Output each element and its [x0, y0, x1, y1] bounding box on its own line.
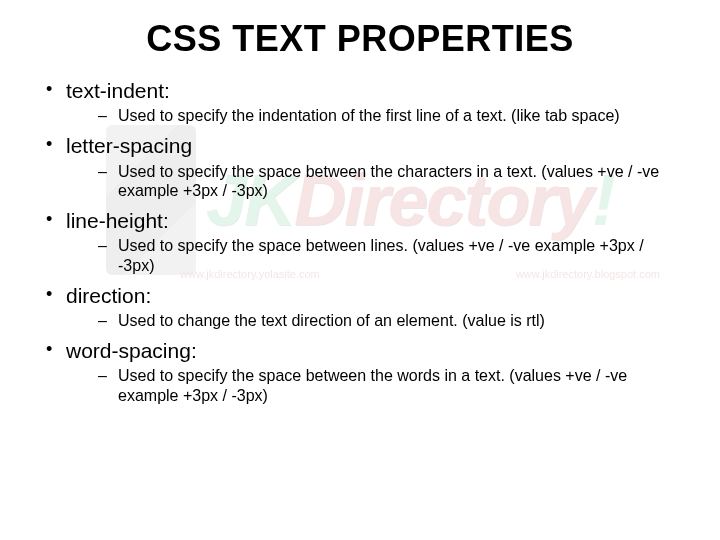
slide-content: CSS TEXT PROPERTIES text-indent: Used to…: [0, 0, 720, 405]
property-term: text-indent:: [66, 79, 170, 102]
property-term: line-height:: [66, 209, 169, 232]
list-item: line-height: Used to specify the space b…: [40, 208, 680, 275]
sub-list: Used to specify the space between the ch…: [66, 162, 680, 200]
property-desc: Used to specify the space between lines.…: [66, 236, 680, 274]
list-item: text-indent: Used to specify the indenta…: [40, 78, 680, 125]
list-item: letter-spacing Used to specify the space…: [40, 133, 680, 200]
property-desc: Used to specify the indentation of the f…: [66, 106, 680, 125]
slide-title: CSS TEXT PROPERTIES: [40, 18, 680, 60]
sub-list: Used to specify the space between lines.…: [66, 236, 680, 274]
list-item: direction: Used to change the text direc…: [40, 283, 680, 330]
list-item: word-spacing: Used to specify the space …: [40, 338, 680, 405]
property-list: text-indent: Used to specify the indenta…: [40, 78, 680, 405]
sub-list: Used to specify the indentation of the f…: [66, 106, 680, 125]
property-term: direction:: [66, 284, 151, 307]
sub-list: Used to change the text direction of an …: [66, 311, 680, 330]
property-desc: Used to change the text direction of an …: [66, 311, 680, 330]
property-desc: Used to specify the space between the ch…: [66, 162, 680, 200]
property-desc: Used to specify the space between the wo…: [66, 366, 680, 404]
property-term: letter-spacing: [66, 134, 192, 157]
property-term: word-spacing:: [66, 339, 197, 362]
sub-list: Used to specify the space between the wo…: [66, 366, 680, 404]
